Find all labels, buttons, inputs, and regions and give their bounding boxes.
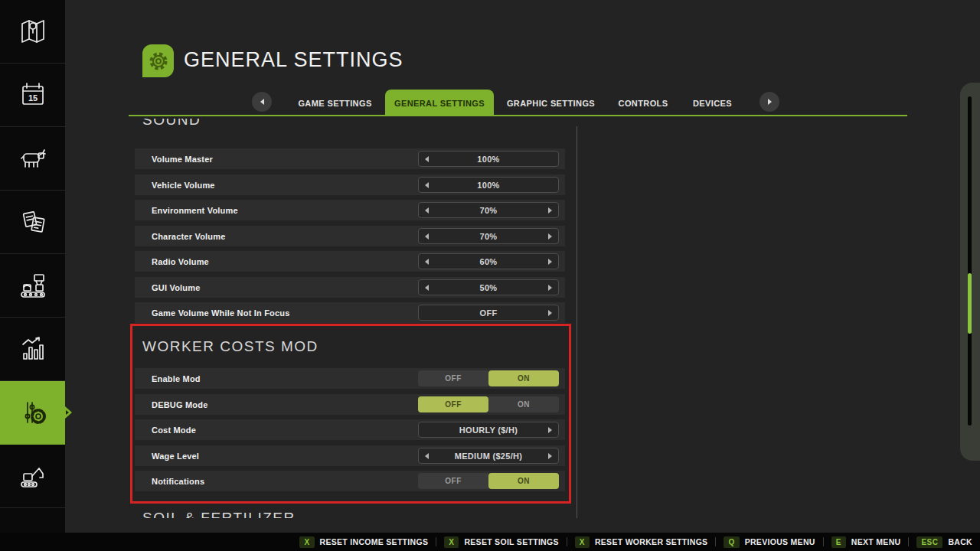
tab-graphic-settings[interactable]: GRAPHIC SETTINGS [508, 90, 594, 116]
setting-row-vehicle-volume: Vehicle Volume 100% [135, 174, 565, 195]
setting-label: Notifications [152, 477, 204, 486]
toggle-off-button[interactable]: OFF [418, 370, 488, 386]
hotkey-label: RESET INCOME SETTINGS [320, 537, 429, 546]
decrease-arrow-icon[interactable] [425, 156, 429, 162]
radio-volume-spinner[interactable]: 60% [418, 253, 559, 269]
toggle-on-button[interactable]: ON [488, 473, 559, 489]
setting-label: Environment Volume [152, 206, 238, 215]
volume-master-spinner[interactable]: 100% [418, 151, 559, 167]
setting-row-enable-mod: Enable Mod OFF ON [135, 368, 565, 389]
divider [715, 537, 716, 546]
back-button[interactable]: ESC BACK [916, 536, 972, 548]
sidebar-item-calendar[interactable]: 15 [0, 64, 65, 127]
reset-soil-settings-button[interactable]: X RESET SOIL SETTINGS [444, 536, 559, 548]
reset-worker-settings-button[interactable]: X RESET WORKER SETTINGS [575, 536, 708, 548]
scroll-indicator-track[interactable] [968, 96, 972, 425]
hotkey-label: BACK [948, 537, 972, 546]
key-badge-x: X [444, 536, 459, 548]
increase-arrow-icon[interactable] [548, 453, 552, 459]
decrease-arrow-icon[interactable] [425, 207, 429, 214]
settings-scroll-area[interactable]: SOUND Volume Master 100% Vehicle Volume … [129, 119, 577, 518]
setting-row-wage-level: Wage Level MEDIUM ($25/H) [135, 445, 565, 466]
wage-level-spinner[interactable]: MEDIUM ($25/H) [418, 448, 559, 464]
setting-row-notifications: Notifications OFF ON [135, 471, 565, 491]
hotkey-label: PREVIOUS MENU [745, 537, 815, 546]
tab-general-settings[interactable]: GENERAL SETTINGS [385, 90, 494, 116]
environment-volume-spinner[interactable]: 70% [418, 202, 559, 218]
setting-value: 70% [480, 206, 498, 215]
map-icon [18, 16, 48, 47]
key-badge-x: X [575, 536, 590, 548]
setting-value: 60% [480, 257, 498, 266]
setting-row-character-volume: Character Volume 70% [135, 226, 565, 246]
divider [908, 537, 909, 546]
section-heading-soil-fertilizer: SOIL & FERTILIZER [142, 510, 296, 518]
setting-label: Radio Volume [152, 257, 209, 266]
excavator-icon [18, 461, 48, 491]
chevron-left-icon [260, 99, 264, 105]
setting-row-cost-mode: Cost Mode HOURLY ($/H) [135, 419, 565, 440]
increase-arrow-icon[interactable] [548, 233, 552, 240]
sidebar-item-settings[interactable] [0, 381, 65, 445]
toggle-off-button[interactable]: OFF [418, 396, 488, 412]
calendar-day-label: 15 [28, 93, 37, 103]
increase-arrow-icon[interactable] [548, 207, 552, 214]
settings-icon [18, 397, 48, 428]
tab-game-settings[interactable]: GAME SETTINGS [299, 90, 371, 116]
tab-controls[interactable]: CONTROLS [619, 90, 668, 116]
setting-value: MEDIUM ($25/H) [455, 452, 523, 461]
enable-mod-toggle[interactable]: OFF ON [418, 370, 559, 386]
decrease-arrow-icon[interactable] [425, 233, 429, 240]
increase-arrow-icon[interactable] [548, 259, 552, 265]
setting-label: GUI Volume [152, 283, 201, 292]
key-badge-x: X [299, 536, 314, 548]
character-volume-spinner[interactable]: 70% [418, 228, 559, 244]
decrease-arrow-icon[interactable] [425, 259, 429, 265]
toggle-off-button[interactable]: OFF [418, 473, 488, 489]
sidebar-item-contracts[interactable] [0, 191, 65, 254]
debug-mode-toggle[interactable]: OFF ON [418, 396, 559, 412]
section-heading-worker-costs-mod: WORKER COSTS MOD [142, 338, 318, 355]
setting-row-game-volume-not-in-focus: Game Volume While Not In Focus OFF [135, 302, 565, 323]
decrease-arrow-icon[interactable] [425, 453, 429, 459]
setting-row-debug-mode: DEBUG Mode OFF ON [135, 394, 565, 415]
toggle-on-button[interactable]: ON [488, 396, 559, 412]
divider [567, 537, 567, 546]
decrease-arrow-icon[interactable] [425, 182, 429, 188]
increase-arrow-icon[interactable] [548, 427, 552, 433]
decrease-arrow-icon[interactable] [425, 285, 429, 291]
setting-value: 100% [477, 181, 499, 190]
tab-devices[interactable]: DEVICES [693, 90, 732, 116]
scroll-indicator-thumb[interactable] [968, 273, 972, 334]
notifications-toggle[interactable]: OFF ON [418, 473, 559, 489]
tab-underline [129, 115, 907, 116]
setting-label: Cost Mode [152, 425, 196, 435]
setting-label: Game Volume While Not In Focus [152, 308, 290, 318]
sidebar-item-animals[interactable] [0, 127, 65, 191]
content-scrollbar[interactable] [577, 126, 577, 518]
vehicle-volume-spinner[interactable]: 100% [418, 177, 559, 193]
calendar-icon: 15 [18, 80, 48, 110]
increase-arrow-icon[interactable] [548, 285, 552, 291]
hotkey-label: RESET WORKER SETTINGS [595, 537, 707, 546]
previous-menu-button[interactable]: Q PREVIOUS MENU [724, 536, 815, 548]
statistics-icon [18, 334, 48, 364]
sidebar-item-statistics[interactable] [0, 318, 65, 381]
toggle-on-button[interactable]: ON [488, 370, 559, 386]
tabs-prev-button[interactable] [252, 92, 272, 112]
sidebar-active-notch-arrow-icon [66, 410, 69, 415]
next-menu-button[interactable]: E NEXT MENU [831, 536, 901, 548]
cost-mode-spinner[interactable]: HOURLY ($/H) [418, 422, 559, 438]
hotkey-bar: X RESET INCOME SETTINGS X RESET SOIL SET… [0, 533, 980, 551]
setting-value: 50% [480, 283, 498, 292]
sidebar-item-construction[interactable] [0, 445, 65, 508]
key-badge-q: Q [724, 536, 739, 548]
tabs-next-button[interactable] [760, 92, 779, 112]
sidebar-item-map[interactable] [0, 0, 65, 64]
increase-arrow-icon[interactable] [548, 310, 552, 316]
sidebar-item-production[interactable] [0, 254, 65, 318]
reset-income-settings-button[interactable]: X RESET INCOME SETTINGS [299, 536, 428, 548]
game-volume-focus-spinner[interactable]: OFF [418, 305, 559, 321]
gui-volume-spinner[interactable]: 50% [418, 279, 559, 295]
section-heading-sound: SOUND [142, 119, 201, 129]
